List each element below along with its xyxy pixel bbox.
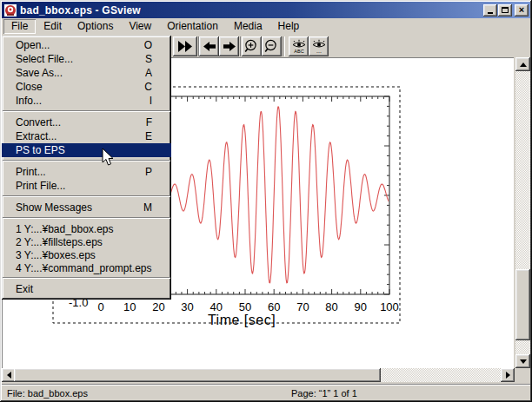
x-tick-label: 40: [202, 300, 231, 313]
svg-text:ABC: ABC: [294, 49, 303, 54]
maximize-icon: [502, 7, 509, 13]
scrollbar-corner: [515, 368, 530, 382]
forward-button[interactable]: [219, 36, 239, 56]
minimize-icon: [488, 12, 493, 14]
zoom-in-button[interactable]: [242, 36, 262, 56]
app-icon: [4, 4, 17, 16]
close-button[interactable]: ×: [515, 4, 529, 16]
toolbar-separator: [283, 36, 285, 56]
menubar-item-file[interactable]: File: [3, 19, 36, 34]
menu-item-label: 4 Y:...¥command_prompt.eps: [16, 262, 152, 274]
status-file: File: bad_bbox.eps: [7, 388, 88, 399]
title-bar: bad_bbox.eps - GSview ×: [2, 2, 530, 18]
menu-item-recent-4[interactable]: 4 Y:...¥command_prompt.eps: [2, 261, 171, 274]
x-tick-label: 20: [143, 300, 173, 313]
menu-item-label: Convert...: [16, 116, 61, 129]
x-tick-label: 90: [346, 300, 376, 313]
menu-item-show-messages[interactable]: Show MessagesM: [2, 201, 171, 214]
menu-separator: [2, 193, 171, 201]
menubar-item-edit[interactable]: Edit: [36, 19, 70, 34]
menu-separator: [2, 108, 171, 115]
menu-item-print-file[interactable]: Print File...: [2, 179, 171, 193]
menu-item-convert[interactable]: Convert...F: [2, 115, 171, 129]
menu-item-label: 2 Y:...¥fillsteps.eps: [16, 236, 103, 248]
scroll-up-button[interactable]: [515, 57, 530, 71]
menu-item-extract[interactable]: Extract...E: [2, 129, 171, 143]
back-button[interactable]: [199, 36, 219, 56]
menubar-item-options[interactable]: Options: [70, 19, 121, 34]
menu-item-label: Open...: [16, 39, 50, 51]
menu-item-ps-to-eps[interactable]: PS to EPS: [2, 143, 171, 157]
menu-item-accelerator: M: [143, 201, 164, 214]
gsview-window: bad_bbox.eps - GSview × FileEditOptionsV…: [0, 0, 532, 402]
menu-item-label: 3 Y:...¥boxes.eps: [16, 249, 96, 261]
menu-item-accelerator: E: [145, 130, 164, 142]
menu-item-save-as[interactable]: Save As...A: [2, 66, 171, 80]
menubar-item-help[interactable]: Help: [270, 19, 308, 34]
menubar-item-view[interactable]: View: [121, 19, 159, 34]
maximize-button[interactable]: [498, 4, 512, 16]
x-tick-label: 80: [317, 300, 347, 313]
arrow-left-icon: [203, 41, 216, 52]
x-tick-label: 60: [259, 300, 289, 313]
menu-item-label: Print File...: [16, 180, 65, 192]
horizontal-scroll-thumb[interactable]: [14, 368, 381, 382]
magnifier-minus-icon: [264, 39, 279, 54]
menubar-item-media[interactable]: Media: [226, 19, 270, 34]
x-tick-label: 100: [375, 300, 404, 313]
scroll-right-button[interactable]: [501, 368, 515, 382]
x-tick-label: 10: [115, 300, 144, 313]
menu-item-label: Save As...: [16, 67, 63, 79]
minimize-button[interactable]: [483, 4, 497, 16]
status-page: Page: “1” 1 of 1: [291, 388, 357, 399]
menu-item-exit[interactable]: Exit: [2, 282, 171, 296]
menu-item-close[interactable]: CloseC: [2, 80, 171, 94]
close-icon: ×: [519, 5, 524, 15]
svg-text:...: ...: [316, 48, 322, 54]
menu-item-label: 1 Y:...¥bad_bbox.eps: [16, 223, 114, 235]
x-tick-label: 30: [173, 300, 203, 313]
menu-item-accelerator: S: [145, 53, 164, 65]
vertical-scrollbar[interactable]: [515, 57, 530, 368]
menu-item-label: Show Messages: [16, 201, 92, 214]
eye-abc-icon: ABC: [291, 39, 307, 54]
scroll-down-button[interactable]: [515, 354, 530, 368]
menu-bar: FileEditOptionsViewOrientationMediaHelp: [2, 18, 530, 35]
menu-item-recent-2[interactable]: 2 Y:...¥fillsteps.eps: [2, 235, 171, 248]
menu-item-recent-3[interactable]: 3 Y:...¥boxes.eps: [2, 248, 171, 261]
status-bar: File: bad_bbox.eps Page: “1” 1 of 1: [2, 384, 530, 400]
window-title: bad_bbox.eps - GSview: [20, 4, 482, 16]
menu-item-accelerator: P: [145, 166, 164, 178]
menu-item-recent-1[interactable]: 1 Y:...¥bad_bbox.eps: [2, 222, 171, 235]
menu-item-label: Select File...: [16, 53, 73, 65]
horizontal-scrollbar[interactable]: [2, 368, 515, 382]
arrow-down-icon: [520, 359, 527, 364]
arrow-up-icon: [520, 63, 527, 67]
double-arrow-right-icon: [177, 40, 193, 53]
menu-item-label: Extract...: [16, 130, 57, 142]
file-menu-popup: Open...OSelect File...SSave As...ACloseC…: [2, 36, 171, 300]
menu-item-label: Close: [16, 81, 43, 93]
menu-item-accelerator: O: [144, 39, 164, 51]
graphics-alpha-button[interactable]: ...: [309, 36, 329, 56]
arrow-right-icon: [506, 372, 510, 379]
menu-item-accelerator: F: [146, 116, 164, 129]
menu-item-select-file[interactable]: Select File...S: [2, 52, 171, 66]
menu-item-accelerator: C: [144, 81, 164, 93]
zoom-out-button[interactable]: [262, 36, 282, 56]
menu-item-label: Info...: [16, 95, 42, 107]
x-tick-label: 70: [288, 300, 317, 313]
x-tick-label: 50: [230, 300, 260, 313]
next-page-button[interactable]: [173, 36, 197, 56]
text-alpha-button[interactable]: ABC: [289, 36, 309, 56]
menu-item-info[interactable]: Info...I: [2, 94, 171, 108]
menu-item-open[interactable]: Open...O: [2, 38, 171, 52]
eye-dots-icon: ...: [311, 39, 327, 54]
menu-item-accelerator: A: [145, 67, 164, 79]
vertical-scroll-thumb[interactable]: [515, 269, 530, 340]
x-axis-title: Time [sec]: [190, 313, 294, 328]
menubar-item-orientation[interactable]: Orientation: [159, 19, 226, 34]
arrow-right-icon: [223, 41, 236, 52]
menu-item-accelerator: I: [150, 95, 164, 107]
menu-item-print[interactable]: Print...P: [2, 165, 171, 179]
